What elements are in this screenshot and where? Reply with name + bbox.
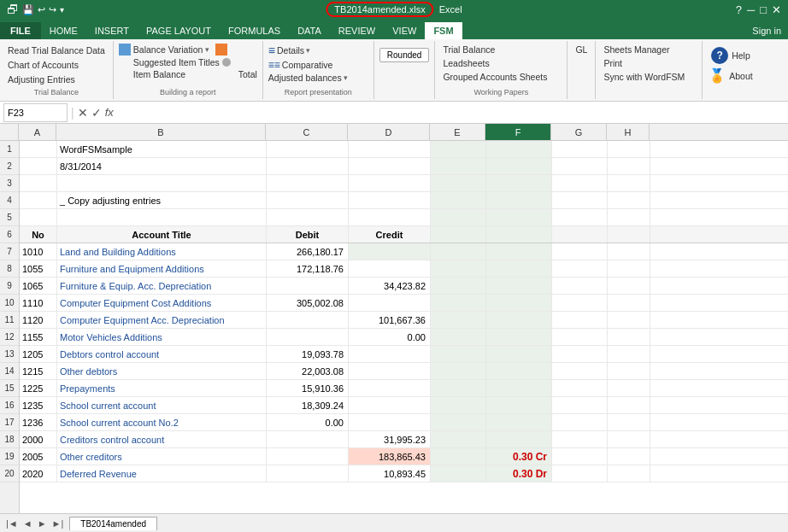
cell-17a[interactable]: 1236 [20,414,57,430]
cell-19d[interactable]: 183,865.43 [349,448,431,465]
cell-19g[interactable] [552,448,608,465]
col-header-b[interactable]: B [56,124,266,140]
cell-20c[interactable] [267,465,349,482]
cell-15a[interactable]: 1225 [20,380,57,396]
cell-19c[interactable] [267,448,349,465]
cell-4h[interactable] [608,192,650,208]
cell-2e[interactable] [431,158,486,174]
help-btn[interactable]: Help [732,50,750,61]
cell-10d[interactable] [349,295,431,311]
cell-17h[interactable] [608,414,650,430]
cell-16b[interactable]: School current account [57,397,267,413]
cell-11f[interactable] [486,312,552,328]
cell-13f[interactable] [486,346,552,362]
cell-15f[interactable] [486,380,552,396]
cell-13g[interactable] [552,346,608,362]
tab-home[interactable]: HOME [41,22,86,39]
col-header-h[interactable]: H [607,124,650,140]
cell-3g[interactable] [552,175,608,191]
gl-btn[interactable]: GL [573,44,590,56]
cell-14f[interactable] [486,363,552,379]
cell-1h[interactable] [608,141,650,157]
quick-save[interactable]: 💾 [22,4,34,15]
cell-2h[interactable] [608,158,650,174]
cell-12e[interactable] [431,329,486,345]
cell-2g[interactable] [552,158,608,174]
cell-11d[interactable]: 101,667.36 [349,312,431,328]
cell-13b[interactable]: Debtors control account [57,346,267,362]
cell-6a[interactable]: No [20,226,57,243]
cell-10e[interactable] [431,295,486,311]
cell-2b[interactable]: 8/31/2014 [57,158,267,174]
cell-18g[interactable] [552,431,608,447]
cell-14e[interactable] [431,363,486,379]
balance-variation-btn[interactable]: Balance Variation [133,44,203,55]
cell-8a[interactable]: 1055 [20,260,57,277]
cell-11b[interactable]: Computer Equipment Acc. Depreciation [57,312,267,328]
print-btn[interactable]: Print [601,57,697,69]
cell-7e[interactable] [431,243,486,260]
cell-9b[interactable]: Furniture & Equip. Acc. Depreciation [57,278,267,294]
cell-11a[interactable]: 1120 [20,312,57,328]
tab-review[interactable]: REVIEW [330,22,384,39]
cell-18c[interactable] [267,431,349,447]
col-header-f[interactable]: F [485,124,551,140]
qa-more[interactable]: ▾ [60,5,64,15]
cell-3e[interactable] [431,175,486,191]
cell-13d[interactable] [349,346,431,362]
tab-view[interactable]: VIEW [384,22,425,39]
cell-19a[interactable]: 2005 [20,448,57,465]
cell-8d[interactable] [349,260,431,277]
tab-page-layout[interactable]: PAGE LAYOUT [138,22,220,39]
cell-13a[interactable]: 1205 [20,346,57,362]
confirm-formula-icon[interactable]: ✓ [91,106,102,120]
cell-16a[interactable]: 1235 [20,397,57,413]
cell-6f[interactable] [486,226,552,243]
cell-13e[interactable] [431,346,486,362]
adjusted-balances-btn[interactable]: Adjusted balances [268,73,342,83]
col-header-e[interactable]: E [430,124,485,140]
cell-8e[interactable] [431,260,486,277]
cell-6d[interactable]: Credit [349,226,431,243]
about-btn[interactable]: About [729,71,752,81]
cell-8g[interactable] [552,260,608,277]
cell-12b[interactable]: Motor Vehicles Additions [57,329,267,345]
cell-10g[interactable] [552,295,608,311]
cell-18h[interactable] [608,431,650,447]
cell-10a[interactable]: 1110 [20,295,57,311]
cell-20h[interactable] [608,465,650,482]
sign-in[interactable]: Sign in [745,22,788,39]
details-btn[interactable]: Details [277,45,304,56]
cell-20g[interactable] [552,465,608,482]
cell-1g[interactable] [552,141,608,157]
item-balance-btn[interactable]: Item Balance [119,69,185,79]
cell-20e[interactable] [431,465,486,482]
cell-18e[interactable] [431,431,486,447]
tab-fsm[interactable]: FSM [425,22,462,39]
cell-5f[interactable] [486,209,552,225]
cell-15e[interactable] [431,380,486,396]
cell-12g[interactable] [552,329,608,345]
cell-17c[interactable]: 0.00 [267,414,349,430]
cell-11c[interactable] [267,312,349,328]
cell-7f[interactable] [486,243,552,260]
cell-5b[interactable] [57,209,267,225]
cell-7g[interactable] [552,243,608,260]
sheet-nav-next[interactable]: ► [35,518,50,529]
cell-11h[interactable] [608,312,650,328]
sync-wordfsm-btn[interactable]: Sync with WordFSM [601,71,697,83]
cell-5c[interactable] [267,209,349,225]
cell-9g[interactable] [552,278,608,294]
cell-5g[interactable] [552,209,608,225]
cell-7b[interactable]: Land and Building Additions [57,243,267,260]
rounded-btn[interactable]: Rounded [379,48,430,62]
tab-formulas[interactable]: FORMULAS [220,22,289,39]
cell-3d[interactable] [349,175,431,191]
cell-1a[interactable] [20,141,57,157]
cell-9c[interactable] [267,278,349,294]
tab-data[interactable]: DATA [289,22,330,39]
cell-6c[interactable]: Debit [267,226,349,243]
cell-8f[interactable] [486,260,552,277]
cell-4a[interactable] [20,192,57,208]
col-header-c[interactable]: C [266,124,348,140]
